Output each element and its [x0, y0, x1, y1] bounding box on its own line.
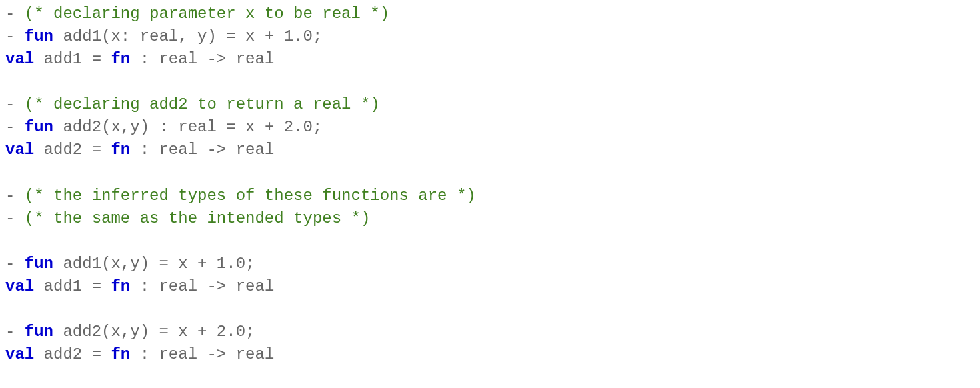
code-block: - (* declaring parameter x to be real *)…: [0, 0, 980, 369]
code-line: - fun add1(x,y) = x + 1.0;: [5, 255, 255, 273]
code-token: : real -> real: [130, 277, 274, 295]
code-token: val: [5, 345, 34, 363]
code-token: [5, 164, 15, 182]
code-token: -: [5, 27, 25, 45]
code-line: val add2 = fn : real -> real: [5, 141, 274, 159]
code-token: add2(x,y) = x + 2.0;: [53, 323, 255, 341]
code-line: - fun add2(x,y) : real = x + 2.0;: [5, 118, 322, 136]
code-line: val add1 = fn : real -> real: [5, 277, 274, 295]
code-token: add1(x: real, y) = x + 1.0;: [53, 27, 322, 45]
code-token: -: [5, 255, 25, 273]
code-token: -: [5, 187, 25, 205]
code-token: (* the same as the intended types *): [25, 209, 370, 227]
code-line: - (* the inferred types of these functio…: [5, 187, 476, 205]
code-token: add2 =: [34, 345, 111, 363]
code-token: (* declaring parameter x to be real *): [25, 5, 389, 23]
code-token: fun: [25, 323, 53, 341]
code-line: val add2 = fn : real -> real: [5, 345, 274, 363]
code-token: add2 =: [34, 141, 111, 159]
code-token: fn: [111, 277, 130, 295]
code-token: fun: [25, 118, 53, 136]
code-line: [5, 164, 15, 182]
code-token: fun: [25, 255, 53, 273]
code-line: - fun add2(x,y) = x + 2.0;: [5, 323, 255, 341]
code-line: [5, 232, 15, 250]
code-token: -: [5, 118, 25, 136]
code-token: fn: [111, 141, 130, 159]
code-token: (* declaring add2 to return a real *): [25, 95, 380, 113]
code-line: [5, 300, 15, 318]
code-token: add1(x,y) = x + 1.0;: [53, 255, 255, 273]
code-token: val: [5, 50, 34, 68]
code-token: -: [5, 209, 25, 227]
code-token: fn: [111, 345, 130, 363]
code-token: -: [5, 5, 25, 23]
code-line: - (* the same as the intended types *): [5, 209, 370, 227]
code-line: - fun add1(x: real, y) = x + 1.0;: [5, 27, 322, 45]
code-token: (* the inferred types of these functions…: [25, 187, 476, 205]
code-token: fn: [111, 50, 130, 68]
code-token: add2(x,y) : real = x + 2.0;: [53, 118, 322, 136]
code-token: add1 =: [34, 277, 111, 295]
code-token: add1 =: [34, 50, 111, 68]
code-line: [5, 73, 15, 91]
code-token: : real -> real: [130, 50, 274, 68]
code-line: val add1 = fn : real -> real: [5, 50, 274, 68]
code-token: val: [5, 141, 34, 159]
code-token: -: [5, 323, 25, 341]
code-token: val: [5, 277, 34, 295]
code-token: : real -> real: [130, 345, 274, 363]
code-token: -: [5, 95, 25, 113]
code-token: fun: [25, 27, 53, 45]
code-token: [5, 73, 15, 91]
code-token: : real -> real: [130, 141, 274, 159]
code-line: - (* declaring add2 to return a real *): [5, 95, 380, 113]
code-token: [5, 300, 15, 318]
code-line: - (* declaring parameter x to be real *): [5, 5, 389, 23]
code-token: [5, 232, 15, 250]
